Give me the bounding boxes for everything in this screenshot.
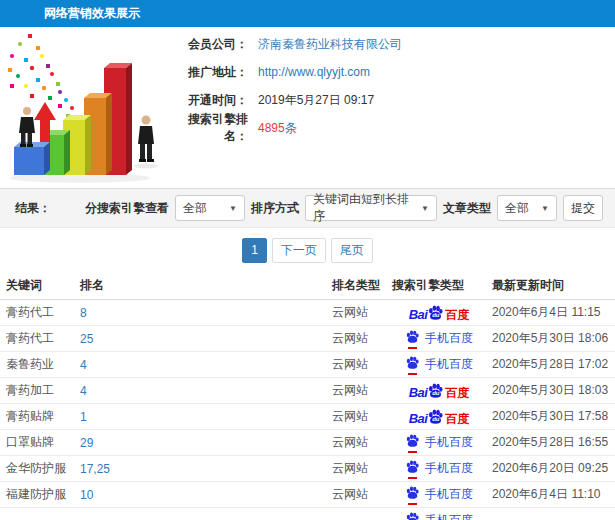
filter-controls: 分搜索引擎查看 全部▼ 排序方式 关键词由短到长排序▼ 文章类型 全部▼ 提交 <box>85 195 603 221</box>
article-type-select[interactable]: 全部▼ <box>497 195 557 221</box>
mobile-baidu-underline <box>408 477 417 479</box>
engine-cell: Bai du 百度 手机百度 <box>392 434 486 451</box>
info-row-rank-count: 搜索引擎排名： 4895条 <box>170 114 615 142</box>
header-keyword: 关键词 <box>0 277 80 294</box>
rank-link[interactable]: 25 <box>80 332 93 346</box>
results-label: 结果： <box>15 200 51 217</box>
promo-url-link[interactable]: http://www.qlyyjt.com <box>258 65 370 79</box>
table-row: 福建防护服 10 云网站 Bai du 百度 手机百度 2020年6月4日 11… <box>0 482 615 508</box>
rank-type-cell: 云网站 <box>332 304 392 321</box>
businessman-right <box>134 116 158 169</box>
rank-link[interactable]: 4 <box>80 384 87 398</box>
keyword-cell: 秦鲁药业 <box>0 356 80 373</box>
header-update-time: 最新更新时间 <box>486 277 615 294</box>
engine-cell: Bai du 百度 手机百度 <box>392 330 486 347</box>
rank-count-label: 搜索引擎排名： <box>170 111 248 145</box>
header-rank: 排名 <box>80 277 332 294</box>
baidu-cn-text: 百度 <box>445 413 469 425</box>
baidu-du-text: du <box>427 312 444 318</box>
engine-filter-label: 分搜索引擎查看 <box>85 200 169 217</box>
engine-cell: Bai du 百度 手机百度 <box>392 460 486 477</box>
mobile-baidu-paw-icon <box>405 356 420 373</box>
table-row: 膏药贴牌 1 云网站 Bai du 百度 手机百度 2020年5月30日 17:… <box>0 404 615 430</box>
info-row-company: 会员公司： 济南秦鲁药业科技有限公司 <box>170 30 615 58</box>
baidu-cn-text: 百度 <box>445 309 469 321</box>
chevron-down-icon: ▼ <box>413 204 429 213</box>
keyword-cell: 金华防护服 <box>0 460 80 477</box>
promo-url-label: 推广地址： <box>170 64 248 81</box>
mobile-baidu-logo: 手机百度 <box>405 460 473 477</box>
update-time-cell: 2020年5月30日 17:58 <box>486 408 615 425</box>
header-engine-type: 搜索引擎类型 <box>392 277 486 294</box>
growth-chart-illustration <box>0 30 172 185</box>
table-row: 膏药代工 25 云网站 Bai du 百度 手机百度 2020年5月30日 18… <box>0 326 615 352</box>
mobile-baidu-paw-icon <box>405 460 420 477</box>
baidu-paw-icon: du <box>427 383 444 399</box>
baidu-logo: Bai du 百度 <box>409 383 470 399</box>
rank-link[interactable]: 8 <box>80 306 87 320</box>
mobile-baidu-paw-icon <box>405 486 420 503</box>
company-name-link[interactable]: 济南秦鲁药业科技有限公司 <box>258 36 402 53</box>
mobile-baidu-text: 手机百度 <box>425 434 473 451</box>
chevron-down-icon: ▼ <box>221 204 237 213</box>
baidu-paw-icon: du <box>427 409 444 425</box>
mobile-baidu-text: 手机百度 <box>425 460 473 477</box>
table-row: Bai du 百度 手机百度 <box>0 508 615 520</box>
keyword-cell: 膏药贴牌 <box>0 408 80 425</box>
submit-button[interactable]: 提交 <box>563 195 603 221</box>
keywords-table: 关键词 排名 排名类型 搜索引擎类型 最新更新时间 膏药代工 8 云网站 Bai… <box>0 272 615 520</box>
update-time-cell: 2020年5月30日 18:06 <box>486 330 615 347</box>
article-type-label: 文章类型 <box>443 200 491 217</box>
header-rank-type: 排名类型 <box>332 277 392 294</box>
rank-count-suffix: 条 <box>285 121 297 135</box>
baidu-latin-text: Bai <box>409 386 428 399</box>
last-page-button[interactable]: 尾页 <box>331 238 373 263</box>
rank-link[interactable]: 4 <box>80 358 87 372</box>
keyword-cell: 膏药代工 <box>0 304 80 321</box>
page-button-current[interactable]: 1 <box>242 238 267 263</box>
table-row: 秦鲁药业 4 云网站 Bai du 百度 手机百度 2020年5月28日 17:… <box>0 352 615 378</box>
mobile-baidu-paw-icon <box>405 330 420 347</box>
results-filter-bar: 结果： 分搜索引擎查看 全部▼ 排序方式 关键词由短到长排序▼ 文章类型 全部▼… <box>0 188 615 228</box>
rank-type-cell: 云网站 <box>332 382 392 399</box>
keyword-cell: 膏药加工 <box>0 382 80 399</box>
info-row-open-time: 开通时间： 2019年5月27日 09:17 <box>170 86 615 114</box>
rank-type-cell: 云网站 <box>332 408 392 425</box>
next-page-button[interactable]: 下一页 <box>272 238 326 263</box>
table-header-row: 关键词 排名 排名类型 搜索引擎类型 最新更新时间 <box>0 272 615 300</box>
mobile-baidu-underline <box>408 347 417 349</box>
rank-link[interactable]: 17,25 <box>80 462 110 476</box>
update-time-cell: 2020年6月20日 09:25 <box>486 460 615 477</box>
rank-count-number: 4895 <box>258 121 285 135</box>
keyword-cell: 口罩贴牌 <box>0 434 80 451</box>
table-body: 膏药代工 8 云网站 Bai du 百度 手机百度 2020年6月4日 11:1… <box>0 300 615 520</box>
mobile-baidu-paw-icon <box>405 512 420 520</box>
baidu-paw-icon: du <box>427 305 444 321</box>
engine-cell: Bai du 百度 手机百度 <box>392 383 486 399</box>
rank-link[interactable]: 1 <box>80 410 87 424</box>
engine-filter-select[interactable]: 全部▼ <box>175 195 245 221</box>
rank-cell: 17,25 <box>80 462 332 476</box>
rank-link[interactable]: 10 <box>80 488 93 502</box>
rank-cell: 25 <box>80 332 332 346</box>
article-type-value: 全部 <box>505 200 529 217</box>
open-time-label: 开通时间： <box>170 92 248 109</box>
chevron-down-icon: ▼ <box>533 204 549 213</box>
rank-type-cell: 云网站 <box>332 434 392 451</box>
rank-link[interactable]: 29 <box>80 436 93 450</box>
update-time-cell: 2020年5月28日 16:55 <box>486 434 615 451</box>
table-row: 金华防护服 17,25 云网站 Bai du 百度 手机百度 2020年6月20… <box>0 456 615 482</box>
table-row: 膏药代工 8 云网站 Bai du 百度 手机百度 2020年6月4日 11:1… <box>0 300 615 326</box>
keyword-cell: 膏药代工 <box>0 330 80 347</box>
baidu-logo: Bai du 百度 <box>409 409 470 425</box>
engine-filter-value: 全部 <box>183 200 207 217</box>
baidu-logo: Bai du 百度 <box>409 305 470 321</box>
sort-filter-select[interactable]: 关键词由短到长排序▼ <box>305 195 437 221</box>
baidu-du-text: du <box>427 416 444 422</box>
mobile-baidu-underline <box>408 503 417 505</box>
company-label: 会员公司： <box>170 36 248 53</box>
mobile-baidu-underline <box>408 451 417 453</box>
engine-cell: Bai du 百度 手机百度 <box>392 305 486 321</box>
baidu-du-text: du <box>427 390 444 396</box>
businessman-left <box>19 107 35 147</box>
